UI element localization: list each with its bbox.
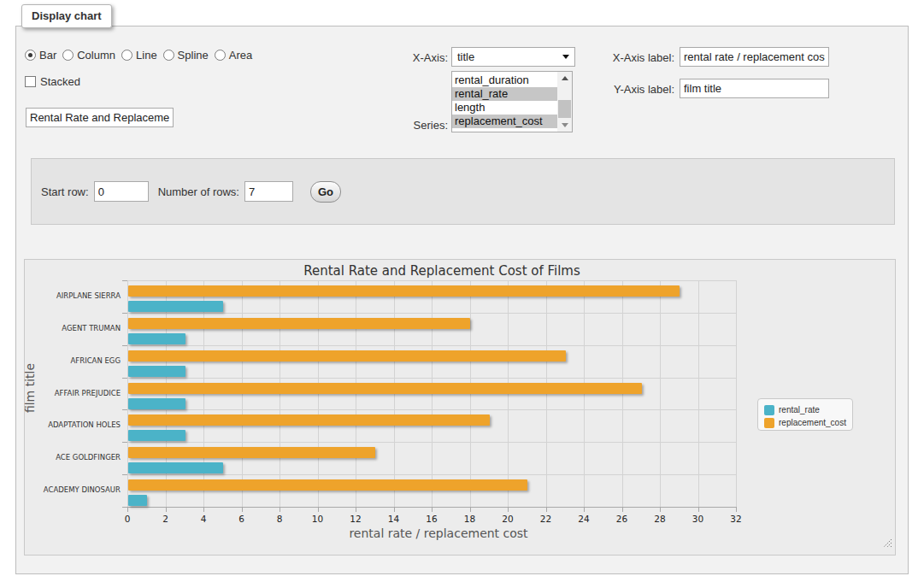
category-label: ACADEMY DINOSAUR — [25, 485, 121, 494]
series-multiselect[interactable]: rental_durationrental_ratelengthreplacem… — [451, 71, 573, 132]
category-label: AGENT TRUMAN — [25, 324, 121, 332]
legend-swatch — [764, 405, 774, 415]
x-axis-tick-label: 20 — [491, 514, 525, 524]
radio-button[interactable] — [25, 50, 36, 61]
x-axis-tick — [584, 508, 585, 512]
bar-rental_rate[interactable] — [128, 366, 185, 377]
legend-item-rental_rate[interactable]: rental_rate — [764, 403, 852, 416]
series-option-rental_duration[interactable]: rental_duration — [452, 73, 557, 87]
x-axis-tick-label: 22 — [529, 514, 563, 524]
number-of-rows-input[interactable] — [244, 181, 293, 202]
y-axis-tick — [122, 345, 127, 346]
start-row-input[interactable] — [94, 181, 149, 202]
y-axis-tick — [122, 313, 127, 314]
stacked-option[interactable]: Stacked — [25, 74, 80, 88]
radio-button[interactable] — [215, 50, 226, 61]
chart-type-radio-line[interactable]: Line — [121, 49, 157, 62]
bar-replacement_cost[interactable] — [128, 414, 490, 426]
x-axis-tick — [356, 508, 356, 512]
rows-form: Start row: Number of rows: Go — [31, 158, 895, 225]
x-axis-tick — [318, 508, 319, 512]
x-axis-select-value: title — [457, 50, 562, 63]
x-axis-tick-label: 8 — [262, 514, 297, 524]
x-axis-tick-label: 18 — [453, 514, 487, 524]
series-option-length[interactable]: length — [452, 101, 557, 115]
scrollbar-down-button[interactable] — [557, 119, 572, 132]
legend-label: rental_rate — [779, 405, 820, 414]
radio-label: Area — [229, 49, 252, 62]
stacked-checkbox[interactable] — [25, 76, 36, 87]
chart-type-radio-area[interactable]: Area — [215, 49, 252, 62]
display-chart-panel: Display chart BarColumnLineSplineArea St… — [15, 26, 909, 574]
x-axis-tick-label: 10 — [301, 514, 335, 524]
radio-button[interactable] — [163, 50, 174, 61]
chart-type-radio-column[interactable]: Column — [62, 49, 115, 62]
chart-title-input[interactable] — [26, 108, 174, 127]
radio-label: Spline — [178, 49, 209, 62]
x-axis-title: rental rate / replacement cost — [134, 526, 743, 540]
x-axis-tick-label: 4 — [186, 514, 221, 524]
x-axis-tick — [203, 508, 204, 512]
y-axis-tick — [122, 507, 127, 508]
x-axis-select[interactable]: title — [451, 47, 575, 67]
go-button[interactable]: Go — [310, 181, 341, 203]
radio-button[interactable] — [121, 50, 132, 61]
radio-label: Column — [77, 49, 115, 62]
x-axis-tick — [508, 508, 509, 512]
series-option-rental_rate[interactable]: rental_rate — [452, 87, 557, 101]
category-label: ADAPTATION HOLES — [25, 420, 121, 429]
bar-replacement_cost[interactable] — [128, 285, 680, 297]
category-label: AIRPLANE SIERRA — [25, 291, 121, 300]
y-axis-label-label: Y-Axis label: — [572, 83, 674, 96]
bar-rental_rate[interactable] — [128, 462, 223, 473]
chart-type-radio-bar[interactable]: Bar — [25, 49, 56, 62]
y-axis-tick — [122, 280, 127, 281]
radio-label: Line — [136, 49, 157, 62]
panel-legend: Display chart — [21, 4, 112, 28]
x-axis-tick-label: 12 — [338, 514, 373, 524]
chart-type-radio-group: BarColumnLineSplineArea — [25, 48, 258, 62]
x-axis-select-label: X-Axis: — [345, 51, 448, 64]
radio-button[interactable] — [62, 50, 74, 61]
resize-handle-icon[interactable] — [882, 538, 892, 548]
gridline-horizontal — [127, 378, 736, 379]
gridline-horizontal — [127, 409, 736, 410]
bar-rental_rate[interactable] — [128, 495, 147, 506]
bar-replacement_cost[interactable] — [128, 383, 642, 394]
x-axis-line — [127, 507, 737, 508]
bar-replacement_cost[interactable] — [128, 318, 470, 329]
bar-rental_rate[interactable] — [128, 301, 223, 312]
radio-label: Bar — [39, 49, 56, 62]
bar-rental_rate[interactable] — [128, 333, 185, 344]
x-axis-tick-label: 6 — [225, 514, 259, 524]
x-axis-label-label: X-Axis label: — [572, 51, 674, 64]
series-option-replacement_cost[interactable]: replacement_cost — [452, 115, 557, 128]
bar-replacement_cost[interactable] — [128, 447, 375, 458]
x-axis-tick-label: 28 — [643, 514, 677, 524]
bar-replacement_cost[interactable] — [128, 350, 566, 362]
gridline-horizontal — [127, 442, 736, 443]
x-axis-tick-label: 0 — [110, 514, 144, 524]
gridline-horizontal — [127, 313, 736, 314]
chart-type-radio-spline[interactable]: Spline — [163, 49, 209, 62]
chart-legend: rental_ratereplacement_cost — [757, 398, 853, 431]
x-axis-tick — [242, 508, 243, 512]
legend-item-replacement_cost[interactable]: replacement_cost — [764, 416, 852, 429]
scrollbar[interactable] — [557, 72, 572, 132]
y-axis-label-input[interactable] — [680, 79, 829, 98]
scrollbar-up-button[interactable] — [557, 72, 572, 85]
scrollbar-thumb[interactable] — [558, 100, 571, 118]
gridline-vertical — [736, 280, 737, 507]
x-axis-label-input[interactable] — [680, 47, 829, 67]
start-row-label: Start row: — [41, 185, 89, 198]
bar-rental_rate[interactable] — [128, 398, 185, 409]
x-axis-tick-label: 2 — [149, 514, 183, 524]
x-axis-tick-label: 30 — [681, 514, 715, 524]
gridline-vertical — [660, 280, 661, 507]
bar-replacement_cost[interactable] — [128, 479, 527, 491]
stacked-label: Stacked — [40, 75, 80, 88]
y-axis-title: film title — [23, 332, 38, 444]
x-axis-tick — [698, 508, 699, 512]
x-axis-tick — [280, 508, 280, 512]
bar-rental_rate[interactable] — [128, 430, 185, 441]
